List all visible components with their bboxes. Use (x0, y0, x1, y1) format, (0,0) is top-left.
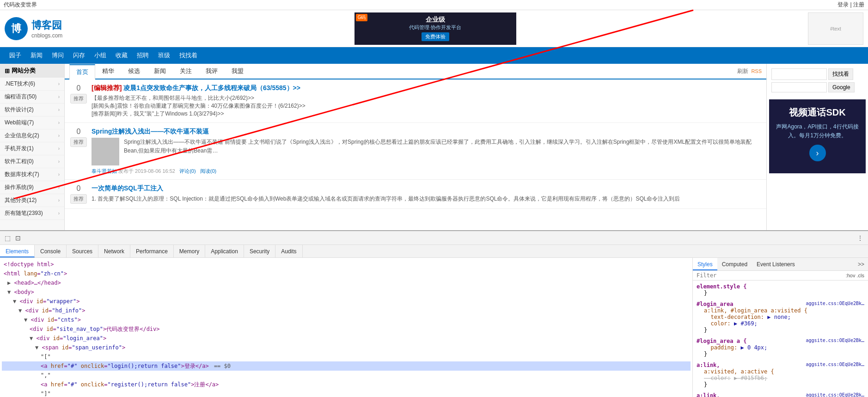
dom-line[interactable]: ▶ <head>…</head> (2, 278, 691, 287)
nav-item-zhaopin[interactable]: 招聘 (132, 47, 153, 64)
dom-line[interactable]: "[" (2, 352, 691, 361)
tab-styles[interactable]: Styles (693, 258, 717, 270)
styles-tabs: Styles Computed Event Listeners >> (693, 258, 868, 271)
sidebar: ⊞ 网站分类 .NET技术(6) › 编程语言(50) › 软件设计(2) › … (0, 64, 65, 230)
article-title[interactable]: Spring注解浅入浅出——不吹牛逼不装逼 (92, 128, 761, 136)
article-summary: 1. 首先要了解SQL注入的原理：SQL Injection：就是通过把SQL命… (92, 195, 761, 203)
article-title[interactable]: 一次简单的SQL手工注入 (92, 184, 761, 193)
article-item: 0 推荐 一次简单的SQL手工注入 1. 首先要了解SQL注入的原理：SQL I… (65, 180, 766, 209)
login-link[interactable]: 登录 (837, 1, 849, 8)
article-links: 【最多推荐给老王不在，和周围邻居斗斗地生，比比大小(2/692)>> [新闻头条… (92, 94, 761, 118)
devtools-tab-sources[interactable]: Sources (67, 245, 98, 257)
devtools-tab-elements[interactable]: Elements (0, 245, 35, 257)
sidebar-item-other[interactable]: 其他分类(12) › (0, 194, 64, 207)
css-rule: aggsite.css:OEqUe2Bk… a:link, a:visited,… (697, 362, 864, 388)
header-ad: G码 企业级 代码管理·协作开发平台 免费体验 (355, 12, 516, 45)
tab-womeng[interactable]: 我盟 (225, 64, 251, 79)
vote-button[interactable]: 推荐 (70, 94, 87, 104)
article-body: Spring注解浅入浅出——不吹牛逼不装逼 Spring注解浅入浅出——不吹牛逼… (92, 128, 761, 175)
sidebar-item-web[interactable]: Web前端(7) › (0, 116, 64, 129)
search-input[interactable] (771, 68, 827, 80)
chevron-right-icon: › (58, 107, 60, 112)
ad-button[interactable]: 免费体验 (422, 32, 449, 41)
google-button[interactable]: Google (828, 82, 855, 92)
article-body: 一次简单的SQL手工注入 1. 首先要了解SQL注入的原理：SQL Inject… (92, 184, 761, 203)
tab-event-listeners[interactable]: Event Listeners (752, 258, 800, 270)
nav-item-yuanzi[interactable]: 园子 (5, 47, 26, 64)
dom-line[interactable]: ▼ <div id="wrapper"> (2, 297, 691, 306)
sidebar-item-all[interactable]: 所有随笔(2393) › (0, 207, 64, 220)
devtools-tab-console[interactable]: Console (35, 245, 67, 257)
sidebar-item-mobile[interactable]: 手机开发(1) › (0, 142, 64, 155)
header-area: 博 博客园 cnblogs.com G码 企业级 代码管理·协作开发平台 免费体… (0, 10, 868, 47)
devtools-main: <!doctype html> <html lang="zh-cn"> ▶ <h… (0, 258, 868, 397)
rss-link[interactable]: RSS (751, 68, 762, 74)
register-link[interactable]: 注册 (853, 1, 864, 8)
sidebar-item-design[interactable]: 软件设计(2) › (0, 104, 64, 116)
sidebar-item-dotnet[interactable]: .NET技术(6) › (0, 78, 64, 91)
dom-line[interactable]: <div id="site_nav_top">代码改变世界</div> (2, 324, 691, 334)
nav-item-xinwen[interactable]: 新闻 (26, 47, 47, 64)
tab-home[interactable]: 首页 (69, 64, 95, 79)
google-search-input[interactable] (771, 82, 827, 92)
top-bar-right: 登录 | 注册 (837, 1, 864, 9)
css-rule: aggsite.css:OEqUe2Bk… #login_area a { pa… (697, 338, 864, 357)
devtools-menu-icon[interactable]: ⋮ (855, 233, 865, 243)
vote-button[interactable]: 推荐 (70, 194, 87, 204)
devtools-tab-security[interactable]: Security (244, 245, 275, 257)
tab-follow[interactable]: 关注 (173, 64, 199, 79)
sidebar-item-lang[interactable]: 编程语言(50) › (0, 91, 64, 104)
tab-jinghua[interactable]: 精华 (95, 64, 121, 79)
dom-line[interactable]: ▼ <div id="hd_info"> (2, 306, 691, 315)
vote-button[interactable]: 推荐 (70, 137, 87, 147)
dom-line[interactable]: "," (2, 371, 691, 380)
devtools-tab-performance[interactable]: Performance (130, 245, 174, 257)
logo-sub-text: cnblogs.com (31, 32, 62, 39)
dom-line[interactable]: <!doctype html> (2, 260, 691, 269)
nav-item-banj[interactable]: 班级 (153, 47, 175, 64)
dom-line[interactable]: ▼ <span id="span_userinfo"> (2, 343, 691, 352)
tab-wopin[interactable]: 我评 (199, 64, 225, 79)
tab-news[interactable]: 新闻 (147, 64, 173, 79)
css-rule: element.style { } (697, 283, 864, 296)
devtools-tab-application[interactable]: Application (205, 245, 244, 257)
sidebar-item-enterprise[interactable]: 企业信息化(2) › (0, 129, 64, 142)
tab-more[interactable]: >> (854, 258, 868, 270)
sidebar-item-os[interactable]: 操作系统(9) › (0, 181, 64, 194)
dom-line[interactable]: ▼ <body> (2, 287, 691, 297)
sidebar-item-db[interactable]: 数据库技术(7) › (0, 168, 64, 181)
search-button[interactable]: 找找看 (828, 68, 853, 80)
devtools-inspect-icon[interactable]: ⬚ (3, 233, 12, 243)
nav-item-shoucang[interactable]: 收藏 (111, 47, 132, 64)
author-link[interactable]: 泰斗贤若如 (92, 168, 117, 174)
dom-line[interactable]: ▼ <div id="cnts"> (2, 315, 691, 324)
devtools-tab-memory[interactable]: Memory (174, 245, 205, 257)
nav-item-shancun[interactable]: 闪存 (68, 47, 90, 64)
dom-line-highlighted[interactable]: <a href="#" onclick="login();return fals… (2, 361, 691, 371)
comment-link[interactable]: 评论(0) (179, 168, 196, 174)
filter-input[interactable] (697, 272, 843, 279)
devtools-tab-audits[interactable]: Audits (275, 245, 302, 257)
filter-pseudo[interactable]: :hov .cls (846, 273, 864, 278)
nav-item-bowent[interactable]: 博问 (47, 47, 68, 64)
tab-computed[interactable]: Computed (717, 258, 752, 270)
dom-line[interactable]: ▼ <div id="login_area"> (2, 334, 691, 343)
nav-item-xiaozu[interactable]: 小组 (90, 47, 111, 64)
logo-icon: 博 (5, 17, 28, 40)
sidebar-item-software[interactable]: 软件工程(0) › (0, 155, 64, 168)
dom-line[interactable]: <html lang="zh-cn"> (2, 269, 691, 278)
tab-houexuan[interactable]: 候选 (121, 64, 147, 79)
nav-item-search[interactable]: 找找着 (175, 47, 202, 64)
sdk-button[interactable]: › (809, 145, 826, 161)
article-item: 0 推荐 [编辑推荐] 凌晨1点突发致命生产事故，人工多线程来破局（63/558… (65, 79, 766, 123)
dom-line[interactable]: <a href="#" onclick="register();return f… (2, 380, 691, 389)
dom-line[interactable]: "]" (2, 389, 691, 397)
dom-panel: <!doctype html> <html lang="zh-cn"> ▶ <h… (0, 258, 692, 397)
read-link[interactable]: 阅读(0) (200, 168, 216, 174)
ad-title: 企业级 (409, 16, 461, 24)
devtools-tab-network[interactable]: Network (98, 245, 130, 257)
devtools-device-icon[interactable]: ⊡ (13, 233, 23, 243)
article-title[interactable]: [编辑推荐] 凌晨1点突发致命生产事故，人工多线程来破局（63/5585）>> (92, 84, 761, 92)
devtools-panel: ⬚ ⊡ ⋮ Elements Console Sources Network P… (0, 230, 868, 397)
devtools-tabs: Elements Console Sources Network Perform… (0, 245, 868, 258)
